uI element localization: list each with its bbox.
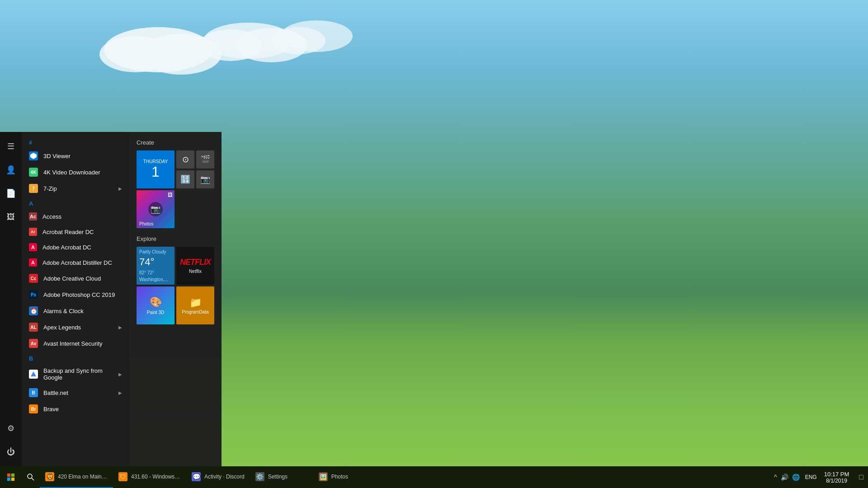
tiles-explore-title: Explore	[137, 235, 214, 242]
app-7zip[interactable]: 7 7-Zip ▶	[22, 180, 129, 197]
app-acrobat-reader[interactable]: Ar Acrobat Reader DC	[22, 224, 129, 239]
tile-disk-icon[interactable]: ⊙	[176, 150, 194, 169]
taskbar-clock[interactable]: 10:17 PM 8/1/2019	[819, 469, 855, 486]
svg-point-7	[271, 27, 326, 54]
app-brave-label: Brave	[43, 406, 59, 413]
action-center-button[interactable]: □	[854, 473, 868, 481]
power-sidebar-icon[interactable]: ⏻	[0, 441, 22, 463]
app-alarms-clock[interactable]: ⏰ Alarms & Clock	[22, 303, 129, 319]
photos-tile-icon: 🖼	[168, 192, 173, 197]
taskbar-discord-item[interactable]: 💬 Activity · Discord	[186, 466, 250, 488]
svg-rect-11	[11, 474, 14, 477]
netflix-label: Netflix	[189, 269, 202, 274]
app-backup-sync-label: Backup and Sync from Google	[43, 367, 113, 381]
settings-taskbar-icon: ⚙️	[255, 472, 264, 481]
folder-icon: 📁	[189, 297, 202, 309]
tile-calc-icon[interactable]: 🔢	[176, 170, 194, 188]
app-adobe-acrobat-label: Adobe Acrobat DC	[42, 244, 91, 251]
apex-expand-icon: ▶	[118, 325, 122, 330]
volume-icon[interactable]: 🔊	[781, 474, 788, 481]
taskbar: 🦁 420 Elma on Main -... 🛡 431.60 - Windo…	[0, 466, 868, 488]
tile-cam-icon[interactable]: 📷	[196, 170, 214, 188]
section-a: A	[22, 197, 129, 209]
photos-sidebar-icon[interactable]: 🖼	[0, 206, 22, 228]
svg-point-0	[104, 27, 212, 72]
acrobat-reader-icon: Ar	[29, 228, 37, 236]
apex-legends-icon: AL	[29, 323, 38, 332]
discord-taskbar-icon: 💬	[192, 472, 201, 481]
taskbar-time: 10:17 PM	[824, 471, 849, 478]
app-3d-viewer-label: 3D Viewer	[43, 153, 71, 160]
svg-rect-13	[11, 478, 14, 481]
windows-logo-icon	[7, 473, 15, 481]
app-apex-legends[interactable]: AL Apex Legends ▶	[22, 319, 129, 335]
3d-viewer-icon	[29, 151, 38, 160]
adobe-distiller-icon: A	[29, 258, 37, 267]
svg-point-2	[140, 34, 222, 75]
app-photoshop-label: Adobe Photoshop CC 2019	[43, 291, 115, 298]
video-icon: 🎬	[200, 155, 210, 164]
calendar-tile[interactable]: Thursday 1	[137, 150, 175, 188]
taskbar-language[interactable]: ENG	[803, 474, 819, 480]
app-3d-viewer[interactable]: 3D Viewer	[22, 148, 129, 164]
taskbar-photos-item[interactable]: 🖼️ Photos	[313, 466, 377, 488]
brave-icon: Br	[29, 404, 38, 413]
4k-video-icon: 4K	[29, 168, 38, 177]
app-battlenet[interactable]: B Battle.net ▶	[22, 385, 129, 401]
photos-tile-label: Photos	[139, 221, 153, 226]
app-access-label: Access	[42, 213, 61, 220]
weather-tile[interactable]: Partly Cloudy 74° 82° 72° Washington,...	[137, 247, 175, 285]
backup-expand-icon: ▶	[118, 372, 122, 377]
app-4k-label: 4K Video Downloader	[43, 169, 100, 176]
documents-sidebar-icon[interactable]: 📄	[0, 183, 22, 204]
user-avatar-icon[interactable]: 👤	[0, 159, 22, 181]
photos-taskbar-text: Photos	[331, 474, 348, 480]
weather-city: Washington,...	[139, 277, 172, 282]
svg-marker-8	[30, 153, 37, 159]
start-tiles-area: Create Thursday 1 ⊙ 🎬 🔢	[129, 132, 222, 466]
settings-sidebar-icon[interactable]: ⚙	[0, 418, 22, 439]
app-photoshop[interactable]: Ps Adobe Photoshop CC 2019	[22, 286, 129, 303]
taskbar-brave-item[interactable]: 🦁 420 Elma on Main -...	[40, 466, 113, 488]
alarms-clock-icon: ⏰	[29, 306, 38, 315]
svg-point-1	[99, 36, 172, 72]
hamburger-menu-icon[interactable]: ☰	[0, 136, 22, 157]
7zip-expand-icon: ▶	[118, 186, 122, 191]
app-adobe-distiller[interactable]: A Adobe Acrobat Distiller DC	[22, 255, 129, 270]
netflix-tile[interactable]: NETFLIX Netflix	[176, 247, 214, 285]
paint3d-tile[interactable]: 🎨 Paint 3D	[137, 286, 175, 324]
photos-tile[interactable]: 📷 Photos 🖼	[137, 190, 175, 228]
brave2-taskbar-icon: 🛡	[118, 472, 127, 481]
svg-marker-9	[31, 371, 36, 376]
app-adobe-cc[interactable]: Cc Adobe Creative Cloud	[22, 270, 129, 286]
avast-icon: Av	[29, 339, 38, 348]
app-4k-video[interactable]: 4K 4K Video Downloader	[22, 164, 129, 180]
weather-condition: Partly Cloudy	[139, 249, 172, 254]
app-adobe-acrobat[interactable]: A Adobe Acrobat DC	[22, 239, 129, 255]
taskbar-settings-item[interactable]: ⚙️ Settings	[250, 466, 313, 488]
start-menu: ☰ 👤 📄 🖼 ⚙ ⏻ # 3D Viewer 4K 4K Video Down…	[0, 132, 222, 466]
app-access[interactable]: Ac Access	[22, 209, 129, 224]
app-adobe-cc-label: Adobe Creative Cloud	[43, 275, 101, 282]
network-icon[interactable]: 🌐	[792, 474, 800, 481]
weather-temp: 74°	[139, 256, 172, 268]
language-label: ENG	[805, 474, 817, 480]
svg-point-4	[199, 29, 262, 61]
paint3d-label: Paint 3D	[147, 310, 164, 315]
taskbar-brave2-item[interactable]: 🛡 431.60 - Windows S...	[113, 466, 186, 488]
taskbar-date: 8/1/2019	[826, 478, 847, 484]
app-avast-label: Avast Internet Security	[43, 340, 103, 347]
svg-point-14	[28, 474, 32, 479]
tile-video-icon[interactable]: 🎬	[196, 150, 214, 169]
app-backup-sync[interactable]: Backup and Sync from Google ▶	[22, 364, 129, 385]
desktop: ☰ 👤 📄 🖼 ⚙ ⏻ # 3D Viewer 4K 4K Video Down…	[0, 0, 868, 488]
taskbar-items-container: 🦁 420 Elma on Main -... 🛡 431.60 - Windo…	[40, 466, 770, 488]
svg-line-15	[32, 478, 34, 480]
show-hidden-icons[interactable]: ^	[774, 474, 777, 481]
app-avast[interactable]: Av Avast Internet Security	[22, 335, 129, 352]
app-brave[interactable]: Br Brave	[22, 401, 129, 417]
taskbar-search-button[interactable]	[22, 466, 40, 488]
start-button[interactable]	[0, 466, 22, 488]
app-acrobat-reader-label: Acrobat Reader DC	[42, 229, 94, 235]
programdata-tile[interactable]: 📁 ProgramData	[176, 286, 214, 324]
